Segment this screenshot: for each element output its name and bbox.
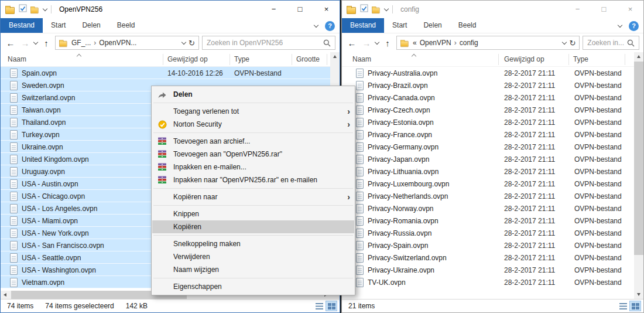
column-header-size[interactable]: Grootte: [296, 55, 320, 63]
search-input[interactable]: Zoeken in OpenVPN256: [202, 36, 335, 50]
help-icon[interactable]: ?: [325, 21, 335, 31]
file-row-privacy-australia-ovpn[interactable]: Privacy-Australia.ovpn28-2-2017 21:11OVP…: [342, 67, 634, 79]
menu-item-naam-wijzigen[interactable]: Naam wijzigen: [152, 263, 354, 276]
menu-item-inpakken-naar-openvpn256-rar-en-e-mailen[interactable]: Inpakken naar "OpenVPN256.rar" en e-mail…: [152, 173, 354, 186]
scroll-down-arrow[interactable]: [634, 290, 643, 299]
menu-item-kopi-ren-naar[interactable]: Kopiëren naar›: [152, 190, 354, 203]
menu-item-toevoegen-aan-openvpn256-rar[interactable]: Toevoegen aan "OpenVPN256.rar": [152, 148, 354, 161]
vertical-scrollbar[interactable]: [634, 52, 643, 299]
menu-item-norton-security[interactable]: Norton Security›: [152, 118, 354, 131]
quick-access-chevron-icon[interactable]: [43, 6, 47, 11]
thumbnails-view-button[interactable]: [629, 301, 641, 311]
details-view-button[interactable]: [617, 301, 629, 311]
forward-button[interactable]: →: [361, 39, 372, 47]
file-row-privacy-romania-ovpn[interactable]: Privacy-Romania.ovpn28-2-2017 21:11OVPN-…: [342, 215, 634, 227]
search-icon[interactable]: [627, 39, 635, 47]
menu-item-eigenschappen[interactable]: Eigenschappen: [152, 280, 354, 293]
quick-access-chevron-icon[interactable]: [384, 6, 389, 11]
vertical-scrollbar-thumb[interactable]: [634, 62, 643, 255]
file-row-privacy-netherlands-ovpn[interactable]: Privacy-Netherlands.ovpn28-2-2017 21:11O…: [342, 190, 634, 202]
ribbon-tab-delen[interactable]: Delen: [74, 18, 108, 33]
quick-access-properties-icon[interactable]: [360, 4, 368, 15]
scroll-up-arrow[interactable]: [634, 52, 643, 61]
search-input[interactable]: Zoeken in...: [583, 36, 639, 50]
menu-item-kopi-ren[interactable]: Kopiëren: [152, 220, 354, 233]
menu-item-inpakken-en-e-mailen[interactable]: Inpakken en e-mailen...: [152, 161, 354, 173]
ribbon-tab-start[interactable]: Start: [43, 18, 74, 33]
breadcrumb-segment[interactable]: GF_...: [71, 39, 91, 47]
ribbon-collapse-icon[interactable]: [314, 22, 318, 27]
file-row-privacy-estonia-ovpn[interactable]: Privacy-Estonia.ovpn28-2-2017 21:11OVPN-…: [342, 116, 634, 128]
file-row-privacy-japan-ovpn[interactable]: Privacy-Japan.ovpn28-2-2017 21:11OVPN-be…: [342, 153, 634, 165]
up-button[interactable]: ↑: [382, 39, 393, 47]
file-row-privacy-brazil-ovpn[interactable]: Privacy-Brazil.ovpn28-2-2017 21:11OVPN-b…: [342, 79, 634, 91]
file-row-spain-ovpn[interactable]: Spain.ovpn14-10-2016 12:26OVPN-bestand: [1, 67, 330, 79]
ribbon-collapse-icon[interactable]: [618, 22, 622, 27]
details-view-button[interactable]: [313, 301, 325, 311]
column-header-type[interactable]: Type: [234, 55, 249, 63]
close-button[interactable]: ×: [313, 1, 340, 18]
title-bar[interactable]: config − □ ×: [342, 1, 643, 18]
minimize-button[interactable]: −: [564, 1, 591, 18]
ribbon-tab-start[interactable]: Start: [384, 18, 415, 33]
file-row-privacy-france-ovpn[interactable]: Privacy-France.ovpn28-2-2017 21:11OVPN-b…: [342, 128, 634, 141]
back-button[interactable]: ←: [5, 39, 16, 47]
breadcrumb-overflow[interactable]: «: [413, 39, 417, 47]
address-bar[interactable]: « OpenVPN › config ↻: [396, 36, 580, 50]
column-header-type[interactable]: Type: [573, 55, 588, 63]
ribbon-tab-bestand[interactable]: Bestand: [342, 18, 384, 33]
close-button[interactable]: ×: [617, 1, 643, 18]
history-chevron-icon[interactable]: [33, 39, 38, 44]
ribbon-tab-delen[interactable]: Delen: [415, 18, 450, 33]
address-bar[interactable]: GF_... › OpenVPN... ↻: [55, 36, 199, 50]
refresh-icon[interactable]: ↻: [569, 39, 576, 47]
menu-item-verwijderen[interactable]: Verwijderen: [152, 250, 354, 263]
search-icon[interactable]: [323, 39, 331, 47]
menu-item-snelkoppeling-maken[interactable]: Snelkoppeling maken: [152, 237, 354, 250]
breadcrumb-segment[interactable]: OpenVPN: [420, 39, 451, 47]
file-row-privacy-czech-ovpn[interactable]: Privacy-Czech.ovpn28-2-2017 21:11OVPN-be…: [342, 104, 634, 116]
file-row-privacy-ukraine-ovpn[interactable]: Privacy-Ukraine.ovpn28-2-2017 21:11OVPN-…: [342, 264, 634, 276]
scroll-left-arrow[interactable]: [1, 291, 9, 299]
ribbon-tab-beeld[interactable]: Beeld: [450, 18, 485, 33]
menu-item-knippen[interactable]: Knippen: [152, 207, 354, 220]
quick-access-folder-icon[interactable]: [30, 7, 39, 13]
file-row-privacy-switzerland-ovpn[interactable]: Privacy-Switzerland.ovpn28-2-2017 21:11O…: [342, 251, 634, 264]
menu-item-toevoegen-aan-archief[interactable]: Toevoegen aan archief...: [152, 135, 354, 148]
maximize-button[interactable]: □: [287, 1, 313, 18]
refresh-icon[interactable]: ↻: [189, 39, 195, 47]
history-chevron-icon[interactable]: [375, 39, 379, 44]
file-row-tv-uk-ovpn[interactable]: TV-UK.ovpn28-2-2017 21:11OVPN-bestand: [342, 276, 634, 288]
help-icon[interactable]: ?: [629, 21, 639, 31]
maximize-button[interactable]: □: [591, 1, 617, 18]
menu-item-delen[interactable]: Delen: [152, 88, 354, 101]
up-button[interactable]: ↑: [40, 39, 52, 47]
ribbon-tab-beeld[interactable]: Beeld: [109, 18, 143, 33]
file-row-privacy-luxembourg-ovpn[interactable]: Privacy-Luxembourg.ovpn28-2-2017 21:11OV…: [342, 178, 634, 190]
column-header-modified[interactable]: Gewijzigd op: [504, 55, 544, 63]
column-header-modified[interactable]: Gewijzigd op: [167, 55, 208, 63]
ribbon-tab-bestand[interactable]: Bestand: [1, 18, 43, 33]
quick-access-folder-icon[interactable]: [372, 7, 380, 13]
address-dropdown-icon[interactable]: [562, 39, 567, 44]
thumbnails-view-button[interactable]: [326, 301, 337, 311]
breadcrumb-segment[interactable]: config: [460, 39, 478, 47]
file-icon: [10, 69, 18, 78]
file-row-privacy-germany-ovpn[interactable]: Privacy-Germany.ovpn28-2-2017 21:11OVPN-…: [342, 141, 634, 153]
breadcrumb-segment[interactable]: OpenVPN...: [99, 39, 136, 47]
menu-item-toegang-verlenen-tot[interactable]: Toegang verlenen tot›: [152, 105, 354, 118]
column-header-name[interactable]: Naam: [352, 55, 371, 63]
scroll-up-arrow[interactable]: [330, 52, 340, 61]
file-row-privacy-norway-ovpn[interactable]: Privacy-Norway.ovpn28-2-2017 21:11OVPN-b…: [342, 202, 634, 215]
title-bar[interactable]: OpenVPN256 − □ ×: [1, 1, 340, 18]
file-row-privacy-canada-ovpn[interactable]: Privacy-Canada.ovpn28-2-2017 21:11OVPN-b…: [342, 91, 634, 104]
file-row-privacy-russia-ovpn[interactable]: Privacy-Russia.ovpn28-2-2017 21:11OVPN-b…: [342, 227, 634, 239]
back-button[interactable]: ←: [346, 39, 358, 47]
column-header-name[interactable]: Naam: [8, 55, 26, 63]
address-dropdown-icon[interactable]: [181, 39, 186, 44]
minimize-button[interactable]: −: [261, 1, 287, 18]
forward-button[interactable]: →: [19, 39, 31, 47]
quick-access-properties-icon[interactable]: [19, 4, 27, 15]
file-row-privacy-lithuania-ovpn[interactable]: Privacy-Lithuania.ovpn28-2-2017 21:11OVP…: [342, 165, 634, 178]
file-row-privacy-spain-ovpn[interactable]: Privacy-Spain.ovpn28-2-2017 21:11OVPN-be…: [342, 239, 634, 251]
